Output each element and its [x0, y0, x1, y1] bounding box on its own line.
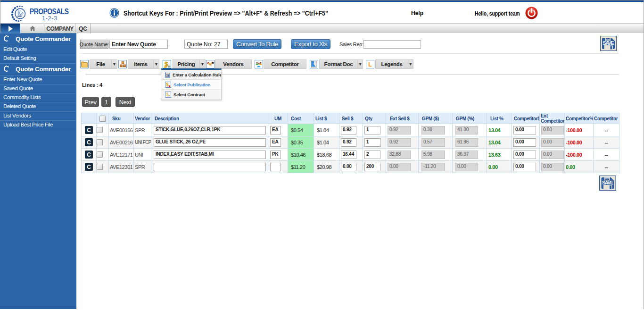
svg-text:SAVE: SAVE: [602, 180, 613, 185]
svg-text:$: $: [166, 82, 169, 87]
svg-text:SAVE: SAVE: [603, 40, 614, 46]
